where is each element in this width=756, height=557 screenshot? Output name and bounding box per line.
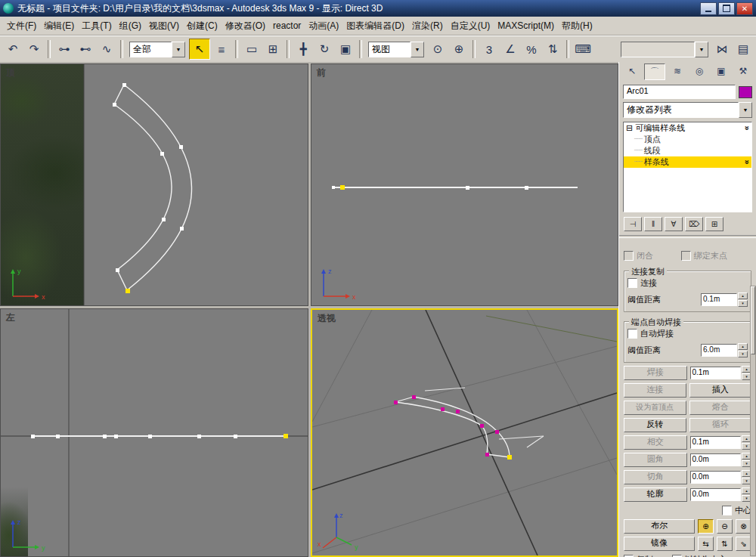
- selected-vertex[interactable]: [394, 401, 398, 404]
- show-end-result-button[interactable]: ‖: [644, 217, 662, 231]
- select-object-button[interactable]: ↖: [189, 39, 210, 60]
- rollout-scrollbar[interactable]: [750, 286, 756, 556]
- select-and-rotate-button[interactable]: ↻: [314, 39, 334, 59]
- collapse-icon[interactable]: ⊟: [626, 122, 633, 134]
- copy-checkbox[interactable]: 复制: [624, 554, 669, 557]
- selected-vertex[interactable]: [495, 430, 499, 434]
- redo-button[interactable]: ↷: [24, 39, 44, 59]
- chevron-down-icon[interactable]: ▼: [695, 42, 708, 57]
- vertex[interactable]: [114, 435, 118, 438]
- selected-vertex[interactable]: [456, 410, 460, 413]
- boolean-button[interactable]: 布尔: [624, 519, 695, 534]
- stack-row-editable-spline[interactable]: ⊟ 可编辑样条线 «: [624, 122, 751, 134]
- pin-stack-button[interactable]: ⊣: [624, 217, 642, 231]
- mirror-vertical-icon[interactable]: ⇅: [717, 537, 733, 551]
- menu-help[interactable]: 帮助(H): [558, 18, 596, 34]
- end-vertex[interactable]: [125, 289, 130, 293]
- chevron-down-icon[interactable]: ▼: [411, 42, 424, 57]
- chamfer-field[interactable]: 0.0m: [690, 471, 742, 484]
- bind-to-space-warp-button[interactable]: ∿: [97, 39, 116, 59]
- menu-file[interactable]: 文件(F): [3, 18, 40, 34]
- fillet-button[interactable]: 圆角: [624, 453, 687, 467]
- selected-vertex[interactable]: [480, 424, 484, 428]
- cycle-button[interactable]: 循环: [689, 418, 752, 432]
- window-crossing-toggle[interactable]: ⊞: [263, 39, 283, 59]
- reverse-button[interactable]: 反转: [624, 418, 686, 432]
- viewport-perspective[interactable]: 透视 z x y: [311, 308, 618, 557]
- select-by-name-button[interactable]: ≡: [212, 39, 231, 59]
- spinner-up-icon[interactable]: ▴: [738, 292, 748, 299]
- mirror-horizontal-icon[interactable]: ⇆: [698, 537, 714, 551]
- menu-create[interactable]: 创建(C): [183, 18, 222, 34]
- use-pivot-point-center-button[interactable]: ⊙: [428, 39, 448, 59]
- spinner-arrows[interactable]: ▴ ▾: [738, 292, 748, 307]
- menu-views[interactable]: 视图(V): [145, 18, 183, 34]
- percent-snap-toggle-button[interactable]: %: [522, 39, 541, 59]
- spinner-up-icon[interactable]: ▴: [738, 343, 748, 350]
- vertex[interactable]: [234, 435, 237, 438]
- make-unique-button[interactable]: ∀: [665, 217, 683, 231]
- viewport-label-front[interactable]: 前: [317, 67, 326, 79]
- select-and-link-button[interactable]: ⊶: [54, 39, 74, 59]
- viewport-left[interactable]: 左 z y: [0, 308, 308, 557]
- spinner-down-icon[interactable]: ▾: [738, 300, 748, 307]
- select-and-move-button[interactable]: ╋: [293, 39, 313, 59]
- vertex[interactable]: [103, 435, 107, 438]
- menu-animation[interactable]: 动画(A): [305, 18, 342, 34]
- auto-weld-checkbox[interactable]: 自动焊接: [627, 328, 748, 339]
- tab-create[interactable]: ↖: [622, 63, 642, 79]
- outline-button[interactable]: 轮廓: [624, 487, 687, 502]
- tab-utilities[interactable]: ⚒: [733, 63, 753, 79]
- selected-vertex[interactable]: [485, 453, 489, 456]
- chevron-down-icon[interactable]: ▼: [739, 102, 752, 118]
- tab-motion[interactable]: ◎: [689, 63, 709, 79]
- tab-hierarchy[interactable]: ≋: [668, 63, 687, 79]
- mirror-both-icon[interactable]: ⇘: [736, 537, 751, 551]
- scrollbar-thumb[interactable]: [751, 286, 755, 354]
- menu-rendering[interactable]: 渲染(R): [408, 18, 447, 34]
- close-checkbox[interactable]: 闭合: [624, 250, 678, 261]
- object-name-input[interactable]: Arc01: [623, 85, 736, 99]
- viewport-label-top[interactable]: 顶: [6, 67, 15, 79]
- make-first-button[interactable]: 设为首顶点: [624, 401, 686, 415]
- vertex[interactable]: [332, 186, 335, 189]
- selected-vertex[interactable]: [412, 395, 416, 399]
- vertex[interactable]: [162, 218, 166, 221]
- mirror-button[interactable]: ⋈: [712, 39, 732, 59]
- threshold-field[interactable]: 6.0m: [701, 344, 737, 357]
- mirror-spline-button[interactable]: 镜像: [624, 537, 695, 551]
- center-checkbox[interactable]: 中心: [722, 505, 751, 516]
- vertex[interactable]: [113, 103, 116, 107]
- weld-button[interactable]: 焊接: [624, 366, 687, 380]
- named-selection-sets-dropdown[interactable]: ▼: [621, 42, 708, 57]
- stack-row-spline[interactable]: ┈┈ 样条线 «: [624, 156, 751, 168]
- cross-insert-button[interactable]: 相交: [624, 435, 687, 450]
- spinner-down-icon[interactable]: ▾: [738, 351, 748, 357]
- tab-modify[interactable]: ⌒: [644, 63, 665, 80]
- chevron-down-icon[interactable]: ▼: [172, 42, 185, 57]
- select-and-scale-button[interactable]: ▣: [336, 39, 355, 59]
- menu-modifiers[interactable]: 修改器(O): [222, 18, 269, 34]
- remove-modifier-button[interactable]: ⌦: [685, 217, 703, 231]
- align-button[interactable]: ▤: [733, 39, 753, 59]
- about-pivot-checkbox[interactable]: 以轴为中心: [672, 554, 751, 557]
- outline-field[interactable]: 0.0m: [690, 488, 742, 501]
- chamfer-button[interactable]: 切角: [624, 470, 687, 484]
- boolean-intersection-icon[interactable]: ⊗: [736, 519, 751, 534]
- undo-button[interactable]: ↶: [3, 39, 23, 59]
- menu-edit[interactable]: 编辑(E): [40, 18, 78, 34]
- fuse-button[interactable]: 熔合: [689, 401, 752, 415]
- viewport-top[interactable]: 顶 y x: [0, 63, 308, 306]
- vertex[interactable]: [122, 83, 126, 87]
- menu-maxscript[interactable]: MAXScript(M): [494, 19, 558, 32]
- angle-snap-toggle-button[interactable]: ∠: [500, 39, 520, 59]
- spinner-arrows[interactable]: ▴ ▾: [738, 343, 748, 357]
- vertex[interactable]: [56, 435, 60, 438]
- bind-last-checkbox[interactable]: 绑定末点: [681, 250, 751, 261]
- viewport-label-perspective[interactable]: 透视: [318, 312, 336, 325]
- cross-insert-field[interactable]: 0.1m: [690, 436, 742, 449]
- tab-display[interactable]: ▣: [711, 63, 731, 79]
- unlink-selection-button[interactable]: ⊷: [76, 39, 95, 59]
- end-vertex[interactable]: [284, 434, 288, 438]
- vertex[interactable]: [197, 435, 201, 438]
